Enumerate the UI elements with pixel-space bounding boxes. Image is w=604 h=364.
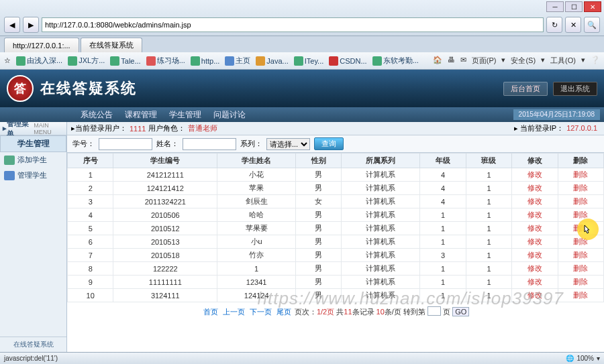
minimize-button[interactable]: ─ (546, 1, 564, 12)
home-link[interactable]: 后台首页 (503, 82, 548, 96)
edit-link[interactable]: 修改 (512, 195, 558, 208)
stop-button[interactable]: ✕ (565, 17, 581, 33)
bookmark-item[interactable]: ITey... (294, 56, 324, 66)
table-cell: 男 (296, 276, 342, 289)
col-header: 年级 (420, 154, 466, 168)
menu-course[interactable]: 课程管理 (125, 109, 157, 121)
home-icon[interactable]: 🏠 (433, 56, 442, 66)
table-cell: 计算机系 (342, 249, 420, 262)
page-next[interactable]: 下一页 (250, 308, 272, 316)
table-cell: 小花 (217, 168, 296, 182)
series-select[interactable]: 请选择... (266, 138, 310, 150)
bookmark-item[interactable]: 练习场... (146, 56, 185, 66)
forward-button[interactable]: ▶ (23, 17, 39, 33)
page-last[interactable]: 尾页 (276, 308, 291, 316)
bookmark-item[interactable]: Tale... (110, 56, 140, 66)
bookmark-item[interactable]: CSDN... (329, 56, 366, 66)
mail-icon[interactable]: ✉ (460, 56, 466, 66)
main-menu: 系统公告 课程管理 学生管理 问题讨论 2015年04月25日17:19:08 (0, 107, 604, 122)
label-student-id: 学号： (72, 139, 95, 149)
table-cell: 计算机系 (342, 168, 420, 182)
zoom-level: 100% (576, 355, 594, 362)
edit-link[interactable]: 修改 (512, 235, 558, 249)
search-button[interactable]: 🔍 (584, 17, 600, 33)
back-button[interactable]: ◀ (4, 17, 20, 33)
browser-tab-2[interactable]: 在线答疑系统 (81, 38, 142, 52)
table-cell: 1 (466, 235, 511, 249)
page-jump-input[interactable] (427, 306, 441, 316)
browser-tab-1[interactable]: http://127.0.0.1:... (4, 38, 79, 52)
edit-link[interactable]: 修改 (512, 289, 558, 302)
add-icon (4, 156, 15, 165)
student-id-input[interactable] (99, 138, 152, 150)
print-icon[interactable]: 🖶 (448, 56, 455, 66)
delete-link[interactable]: 删除 (558, 208, 603, 222)
menu-safety[interactable]: 安全(S) (511, 56, 536, 66)
page-first[interactable]: 首页 (203, 308, 218, 316)
menu-question[interactable]: 问题讨论 (213, 109, 246, 121)
bookmark-icon (16, 56, 26, 66)
edit-link[interactable]: 修改 (512, 208, 558, 222)
table-cell: 小u (217, 235, 296, 249)
table-row: 32011324221剑辰生女计算机系41修改删除 (68, 195, 604, 208)
menu-page[interactable]: 页面(P) (472, 56, 497, 66)
edit-link[interactable]: 修改 (512, 168, 558, 182)
table-cell: 1 (466, 168, 511, 182)
bookmark-item[interactable]: 主页 (225, 56, 250, 66)
name-input[interactable] (183, 138, 236, 150)
col-header: 学生编号 (113, 154, 217, 168)
favorites-icon[interactable]: ☆ (4, 56, 11, 65)
datetime-display: 2015年04月25日17:19:08 (513, 109, 600, 120)
table-cell: 122222 (113, 262, 217, 276)
delete-link[interactable]: 删除 (558, 168, 603, 182)
edit-link[interactable]: 修改 (512, 182, 558, 195)
bookmark-item[interactable]: 东软考勤... (372, 56, 419, 66)
bookmark-item[interactable]: http... (191, 56, 220, 66)
edit-link[interactable]: 修改 (512, 222, 558, 235)
table-cell: 计算机系 (342, 208, 420, 222)
sidebar-item-manage-student[interactable]: 管理学生 (0, 168, 66, 183)
table-cell: 11111111 (113, 276, 217, 289)
table-cell: 1 (466, 262, 511, 276)
url-text: http://127.0.0.1:8080/webkc/admins/main.… (45, 21, 191, 29)
delete-link[interactable]: 删除 (558, 262, 603, 276)
refresh-button[interactable]: ↻ (546, 17, 562, 33)
table-cell: 10 (68, 289, 113, 302)
edit-link[interactable]: 修改 (512, 276, 558, 289)
delete-link[interactable]: 删除 (558, 249, 603, 262)
delete-link[interactable]: 删除 (558, 289, 603, 302)
delete-link[interactable]: 删除 (558, 235, 603, 249)
address-bar[interactable]: http://127.0.0.1:8080/webkc/admins/main.… (42, 17, 544, 32)
table-cell: 剑辰生 (217, 195, 296, 208)
close-button[interactable]: ✕ (584, 1, 601, 12)
app-title: 在线答疑系统 (40, 78, 137, 99)
delete-link[interactable]: 删除 (558, 182, 603, 195)
help-icon[interactable]: ❔ (591, 56, 600, 66)
status-bar: javascript:del('11') 🌐 100% ▾ (0, 352, 604, 364)
sidebar-section-student[interactable]: 学生管理 (0, 135, 66, 152)
edit-link[interactable]: 修改 (512, 249, 558, 262)
page-go-button[interactable]: GO (452, 307, 469, 316)
edit-link[interactable]: 修改 (512, 262, 558, 276)
internet-icon: 🌐 (566, 355, 574, 362)
table-row: 52010512苹果要男计算机系11修改删除 (68, 222, 604, 235)
delete-link[interactable]: 删除 (558, 195, 603, 208)
table-cell: 男 (296, 208, 342, 222)
logout-button[interactable]: 退出系统 (553, 82, 597, 96)
menu-student[interactable]: 学生管理 (169, 109, 201, 121)
table-cell: 2011324221 (113, 195, 217, 208)
menu-tools[interactable]: 工具(O) (550, 56, 576, 66)
bookmark-item[interactable]: JXL方... (68, 56, 105, 66)
table-cell: 1 (466, 182, 511, 195)
page-prev[interactable]: 上一页 (223, 308, 245, 316)
table-cell: 计算机系 (342, 235, 420, 249)
search-submit-button[interactable]: 查询 (314, 137, 344, 150)
bookmark-item[interactable]: Java... (256, 56, 288, 66)
bookmark-item[interactable]: 由浅入深... (16, 56, 62, 66)
delete-link[interactable]: 删除 (558, 222, 603, 235)
table-cell: 苹果要 (217, 222, 296, 235)
menu-announce[interactable]: 系统公告 (81, 109, 113, 121)
sidebar-item-add-student[interactable]: 添加学生 (0, 152, 66, 168)
delete-link[interactable]: 删除 (558, 276, 603, 289)
maximize-button[interactable]: ☐ (565, 1, 583, 12)
